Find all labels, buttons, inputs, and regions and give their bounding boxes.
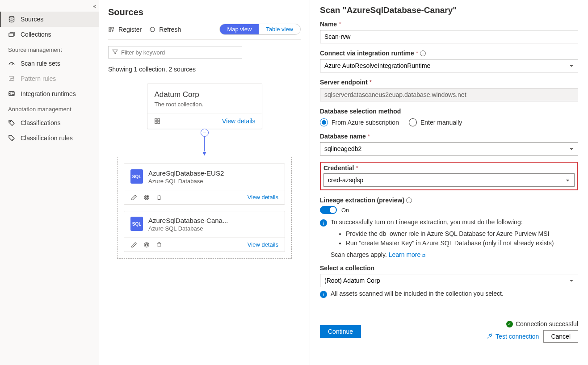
bullet: Run "create Master Key" in Azure SQL Dat…: [346, 239, 578, 247]
rules-icon: [8, 134, 15, 142]
page-title: Sources: [108, 7, 301, 17]
view-details-link[interactable]: View details: [248, 241, 278, 248]
source-type: Azure SQL Database: [148, 178, 278, 185]
btn-label: Register: [118, 26, 142, 33]
runtime-label: Connect via integration runtime * i: [320, 50, 578, 57]
toolbar: Register Refresh Map view Table view: [108, 24, 301, 40]
db-name-select[interactable]: sqlineagedb2: [320, 142, 578, 155]
name-input[interactable]: [320, 30, 578, 43]
svg-rect-11: [155, 119, 156, 121]
source-card: SQL AzureSqlDatabase-EUS2 Azure SQL Data…: [124, 164, 285, 205]
info-icon[interactable]: i: [420, 50, 426, 56]
sidebar-item-classifications[interactable]: Classifications: [0, 115, 99, 130]
register-button[interactable]: Register: [108, 26, 142, 33]
scan-icon[interactable]: [143, 242, 150, 248]
lineage-bullets: Provide the db_owner role in Azure SQL D…: [346, 230, 578, 247]
nav-label: Pattern rules: [21, 75, 56, 82]
source-title: AzureSqlDatabase-Cana...: [148, 217, 278, 224]
view-details-link[interactable]: View details: [222, 117, 255, 125]
runtime-select[interactable]: Azure AutoResolveIntegrationRuntime: [320, 59, 578, 72]
charges-text: Scan charges apply. Learn more⧉: [331, 251, 578, 258]
section-annotation-management: Annotation management: [0, 101, 99, 115]
nav-label: Classification rules: [21, 134, 73, 142]
toggle-state: On: [341, 207, 349, 214]
scan-panel: Scan "AzureSqlDatabase-Canary" Name * Co…: [310, 0, 588, 365]
edit-icon[interactable]: [130, 242, 138, 248]
lineage-info-text: To successfully turn on Lineage extracti…: [331, 218, 523, 226]
database-icon: [8, 16, 15, 23]
scan-icon[interactable]: [143, 194, 150, 201]
cancel-button[interactable]: Cancel: [543, 330, 578, 343]
svg-rect-14: [157, 122, 159, 123]
sidebar-item-classification-rules[interactable]: Classification rules: [0, 130, 99, 146]
svg-point-7: [10, 121, 11, 122]
nav-label: Integration runtimes: [21, 90, 76, 97]
results-text: Showing 1 collection, 2 sources: [108, 66, 301, 73]
panel-footer: Continue ✓ Connection successful Test co…: [320, 320, 578, 343]
radio-manual[interactable]: Enter manually: [409, 118, 462, 126]
endpoint-label: Server endpoint *: [320, 79, 578, 86]
section-source-management: Source management: [0, 42, 99, 56]
connection-status: ✓ Connection successful: [506, 320, 578, 327]
sidebar-item-pattern-rules[interactable]: Pattern rules: [0, 71, 99, 86]
nav-label: Classifications: [21, 119, 60, 126]
map-view-tab[interactable]: Map view: [220, 24, 259, 34]
sliders-icon: [8, 75, 15, 82]
refresh-button[interactable]: Refresh: [149, 26, 181, 33]
children-container: SQL AzureSqlDatabase-EUS2 Azure SQL Data…: [117, 157, 292, 259]
continue-button[interactable]: Continue: [320, 325, 361, 338]
sidebar-item-integration-runtimes[interactable]: Integration runtimes: [0, 86, 99, 101]
sql-icon: SQL: [130, 169, 143, 184]
info-icon: i: [320, 219, 327, 227]
radio-from-azure[interactable]: From Azure subscription: [320, 118, 399, 126]
tags-icon: [8, 119, 15, 126]
info-icon[interactable]: i: [406, 197, 412, 203]
map-canvas: Adatum Corp The root collection. View de…: [108, 84, 301, 358]
test-connection-link[interactable]: Test connection: [487, 333, 539, 340]
sidebar: « Sources Collections Source management …: [0, 0, 99, 365]
lineage-toggle[interactable]: [320, 206, 337, 214]
collapse-node-icon[interactable]: −: [201, 129, 209, 137]
view-details-link[interactable]: View details: [248, 194, 278, 201]
tree-connector: − ▼: [117, 129, 292, 157]
radio-label: Enter manually: [420, 119, 462, 126]
filter-icon: [112, 49, 118, 56]
svg-rect-1: [9, 33, 13, 37]
collection-info: All assets scanned will be included in t…: [331, 290, 504, 297]
panel-title: Scan "AzureSqlDatabase-Canary": [320, 5, 578, 15]
table-view-tab[interactable]: Table view: [259, 24, 300, 34]
learn-more-link[interactable]: Learn more⧉: [389, 251, 426, 258]
credential-highlight: Credential * cred-azsqlsp: [320, 162, 578, 190]
edit-icon[interactable]: [130, 194, 138, 201]
gauge-icon: [8, 60, 15, 67]
root-title: Adatum Corp: [155, 90, 255, 99]
sql-icon: SQL: [130, 217, 143, 231]
svg-point-6: [10, 93, 11, 94]
collapse-sidebar-icon[interactable]: «: [93, 3, 96, 9]
info-icon: i: [320, 291, 327, 298]
filter-input[interactable]: [121, 49, 238, 56]
collection-select[interactable]: (Root) Adatum Corp: [320, 274, 578, 287]
lineage-label: Lineage extraction (preview) i: [320, 197, 578, 204]
check-icon: ✓: [506, 321, 513, 327]
svg-rect-9: [109, 30, 111, 32]
radio-label: From Azure subscription: [332, 119, 399, 126]
btn-label: Refresh: [159, 26, 181, 33]
credential-select[interactable]: cred-azsqlsp: [323, 173, 575, 187]
sidebar-item-scan-rule-sets[interactable]: Scan rule sets: [0, 56, 99, 71]
source-type: Azure SQL Database: [148, 225, 278, 232]
svg-point-0: [9, 17, 14, 18]
delete-icon[interactable]: [155, 194, 163, 201]
nav-label: Sources: [21, 16, 43, 23]
filter-box[interactable]: [108, 46, 242, 59]
grid-icon[interactable]: [154, 118, 161, 124]
delete-icon[interactable]: [155, 242, 163, 248]
db-name-label: Database name *: [320, 133, 578, 140]
sidebar-item-sources[interactable]: Sources: [0, 12, 99, 27]
nav-label: Collections: [21, 31, 51, 38]
runtime-icon: [8, 90, 15, 97]
source-card: SQL AzureSqlDatabase-Cana... Azure SQL D…: [124, 211, 285, 252]
bullet: Provide the db_owner role in Azure SQL D…: [346, 230, 578, 237]
svg-rect-8: [109, 27, 111, 29]
sidebar-item-collections[interactable]: Collections: [0, 27, 99, 42]
